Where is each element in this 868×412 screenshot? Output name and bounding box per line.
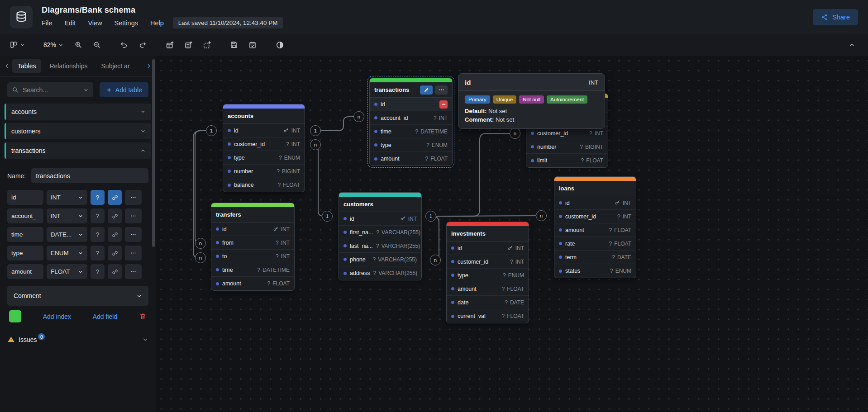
field-type-select[interactable]: INT (47, 208, 87, 223)
zoom-in-button[interactable] (70, 37, 86, 52)
field-transactions-amount[interactable]: amount?FLOAT (370, 152, 452, 166)
field-accounts-id[interactable]: idINT (223, 124, 305, 137)
field-nullable-toggle[interactable]: ? (91, 246, 105, 260)
field-name-button[interactable]: id (7, 190, 43, 205)
field-investments-type[interactable]: type?ENUM (447, 269, 529, 282)
field-investments-id[interactable]: idINT (447, 242, 529, 255)
add-table-toolbar-button[interactable] (162, 37, 178, 52)
field-credit-cards-number[interactable]: number?BIGINT (526, 140, 608, 154)
diagram-table-customers[interactable]: customersidINTfirst_na...?VARCHAR(255)la… (339, 192, 422, 280)
tabs-scroll-left-button[interactable] (4, 63, 10, 69)
collapse-header-button[interactable] (844, 37, 860, 52)
field-customers-first-na[interactable]: first_na...?VARCHAR(255) (339, 226, 421, 239)
field-transfers-id[interactable]: idINT (211, 223, 294, 236)
edit-table-button[interactable] (420, 85, 433, 95)
field-primary-key-button[interactable] (108, 190, 122, 205)
menu-item-edit[interactable]: Edit (64, 19, 76, 27)
field-type-select[interactable]: INT (47, 190, 87, 205)
field-transfers-to[interactable]: to?INT (211, 250, 294, 263)
field-more-button[interactable] (125, 190, 142, 205)
field-customers-id[interactable]: idINT (339, 212, 421, 226)
diagram-table-transfers[interactable]: transfersidINTfrom?INTto?INTtime?DATETIM… (211, 203, 295, 291)
table-color-swatch[interactable] (9, 310, 21, 322)
field-loans-status[interactable]: status?ENUM (554, 264, 636, 278)
tab-tables[interactable]: Tables (12, 59, 41, 73)
sidebar-table-transactions[interactable]: transactions (5, 142, 151, 159)
sidebar-scrollbar[interactable] (152, 56, 155, 412)
field-transfers-time[interactable]: time?DATETIME (211, 263, 294, 277)
field-type-select[interactable]: DATE... (47, 227, 87, 242)
field-transactions-id[interactable]: id (370, 98, 452, 111)
field-name-button[interactable]: amount (7, 264, 43, 279)
share-button[interactable]: Share (813, 9, 858, 25)
tabs-scroll-right-button[interactable] (146, 63, 152, 69)
field-transfers-from[interactable]: from?INT (211, 236, 294, 250)
field-type-select[interactable]: ENUM (47, 246, 87, 260)
field-primary-key-button[interactable] (108, 208, 122, 223)
table-name-input[interactable] (31, 168, 148, 183)
field-more-button[interactable] (125, 246, 142, 260)
search-input[interactable]: Search... (7, 82, 93, 97)
field-investments-date[interactable]: date?DATE (447, 296, 529, 309)
field-transactions-time[interactable]: time?DATETIME (370, 125, 452, 138)
field-primary-key-button[interactable] (108, 227, 122, 242)
add-note-button[interactable] (180, 37, 196, 52)
tab-subject-ar[interactable]: Subject ar (96, 59, 135, 73)
field-name-button[interactable]: type (7, 246, 43, 260)
add-table-button[interactable]: Add table (100, 82, 148, 97)
field-credit-cards-limit[interactable]: limit?FLOAT (526, 154, 608, 167)
field-investments-amount[interactable]: amount?FLOAT (447, 282, 529, 296)
field-transactions-type[interactable]: type?ENUM (370, 138, 452, 152)
field-loans-amount[interactable]: amount?FLOAT (554, 223, 636, 237)
diagram-table-transactions[interactable]: transactionsidaccount_id?INTtime?DATETIM… (369, 78, 453, 166)
zoom-out-button[interactable] (89, 37, 105, 52)
field-nullable-toggle[interactable]: ? (91, 264, 105, 279)
field-more-button[interactable] (125, 208, 142, 223)
field-loans-rate[interactable]: rate?FLOAT (554, 237, 636, 251)
todo-button[interactable] (244, 37, 261, 52)
field-more-button[interactable] (125, 227, 142, 242)
field-more-button[interactable] (125, 264, 142, 279)
field-customers-address[interactable]: address?VARCHAR(255) (339, 266, 421, 280)
comment-section-toggle[interactable]: Comment (7, 286, 148, 306)
layout-options-button[interactable] (6, 37, 28, 52)
field-customers-last-na[interactable]: last_na...?VARCHAR(255) (339, 239, 421, 253)
sidebar-table-customers[interactable]: customers (5, 123, 151, 139)
field-primary-key-button[interactable] (108, 246, 122, 260)
field-loans-customer-id[interactable]: customer_id?INT (554, 210, 636, 223)
field-loans-term[interactable]: term?DATE (554, 251, 636, 264)
field-nullable-toggle[interactable]: ? (91, 227, 105, 242)
add-index-button[interactable]: Add index (43, 313, 71, 320)
field-transfers-amount[interactable]: amount?FLOAT (211, 277, 294, 290)
add-field-button[interactable]: Add field (93, 313, 117, 320)
delete-field-button[interactable] (439, 100, 448, 109)
field-investments-customer-id[interactable]: customer_id?INT (447, 255, 529, 269)
add-area-button[interactable] (199, 37, 215, 52)
field-accounts-balance[interactable]: balance?FLOAT (223, 178, 305, 192)
diagram-canvas[interactable]: id INT PrimaryUniqueNot nullAutoincremen… (156, 56, 868, 412)
save-button[interactable] (226, 37, 242, 52)
scrollbar-thumb[interactable] (152, 59, 155, 247)
field-name-button[interactable]: account_ (7, 208, 43, 223)
field-accounts-number[interactable]: number?BIGINT (223, 165, 305, 178)
field-accounts-type[interactable]: type?ENUM (223, 151, 305, 165)
tab-relationships[interactable]: Relationships (44, 59, 93, 73)
table-options-button[interactable] (435, 85, 448, 95)
field-transactions-account-id[interactable]: account_id?INT (370, 111, 452, 125)
theme-toggle-button[interactable] (272, 37, 288, 52)
field-customers-phone[interactable]: phone?VARCHAR(255) (339, 253, 421, 266)
menu-item-file[interactable]: File (42, 19, 52, 27)
menu-item-view[interactable]: View (88, 19, 102, 27)
field-loans-id[interactable]: idINT (554, 196, 636, 210)
diagram-table-accounts[interactable]: accountsidINTcustomer_id?INTtype?ENUMnum… (223, 104, 305, 192)
field-investments-current-val[interactable]: current_val?FLOAT (447, 309, 529, 323)
field-primary-key-button[interactable] (108, 264, 122, 279)
field-accounts-customer-id[interactable]: customer_id?INT (223, 137, 305, 151)
menu-item-help[interactable]: Help (150, 19, 164, 27)
undo-button[interactable] (116, 37, 132, 52)
field-name-button[interactable]: time (7, 227, 43, 242)
zoom-level-select[interactable]: 82% (39, 37, 68, 52)
issues-section[interactable]: Issues 0 (0, 330, 156, 349)
field-nullable-toggle[interactable]: ? (91, 190, 105, 205)
diagram-table-investments[interactable]: investmentsidINTcustomer_id?INTtype?ENUM… (446, 222, 529, 323)
